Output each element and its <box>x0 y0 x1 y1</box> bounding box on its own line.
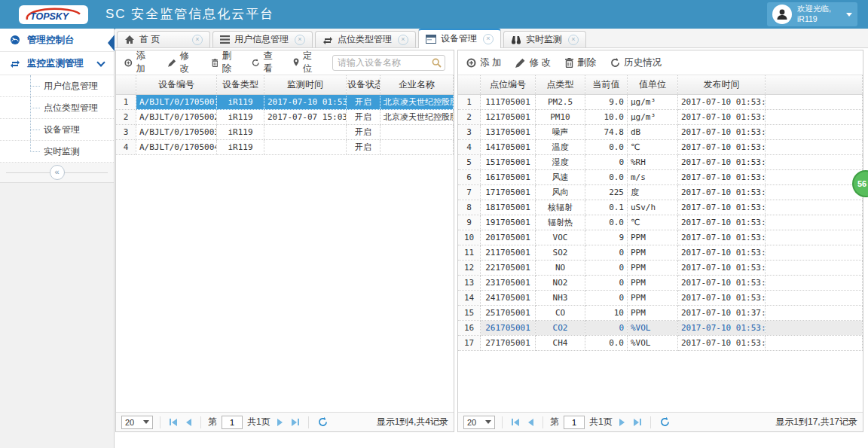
cell[interactable]: 开启 <box>347 125 381 140</box>
add-button[interactable]: 添 加 <box>124 50 154 75</box>
page-size-select[interactable]: 20 <box>463 416 495 429</box>
refresh-page-button[interactable] <box>658 417 672 427</box>
cell[interactable]: 2017-07-10 01:53:21 <box>678 185 766 200</box>
cell[interactable]: uSv/h <box>628 200 678 215</box>
cell[interactable]: 风速 <box>536 170 585 185</box>
locate-button[interactable]: 定位 <box>293 50 318 75</box>
row-number[interactable]: 2 <box>116 110 136 125</box>
table-row[interactable]: 1111705001PM2.59.0μg/m³2017-07-10 01:53:… <box>458 95 863 110</box>
next-page-button[interactable] <box>617 419 627 426</box>
cell[interactable]: 225 <box>585 185 628 200</box>
cell[interactable]: SO2 <box>536 245 585 261</box>
first-page-button[interactable] <box>509 419 521 426</box>
column-header[interactable]: 设备状态 <box>347 75 381 95</box>
cell[interactable]: 2017-07-10 01:53:22 <box>678 276 766 291</box>
cell[interactable]: 度 <box>628 185 678 200</box>
close-tab-icon[interactable]: × <box>483 34 494 44</box>
close-tab-icon[interactable]: × <box>192 35 203 45</box>
cell[interactable]: NO <box>536 261 585 276</box>
cell[interactable]: 271705001 <box>481 336 536 351</box>
table-row[interactable]: 3A/BJLT/0/1705003iR119开启 <box>116 125 454 140</box>
row-number[interactable]: 7 <box>458 185 481 200</box>
cell[interactable] <box>381 125 454 140</box>
cell[interactable]: 211705001 <box>481 245 536 261</box>
cell[interactable]: 2017-07-10 01:53:22 <box>264 95 347 110</box>
cell[interactable]: VOC <box>536 230 585 245</box>
table-row[interactable]: 2121705001PM1010.0μg/m³2017-07-10 01:53:… <box>458 110 863 125</box>
row-number[interactable]: 14 <box>458 291 481 306</box>
page-size-select[interactable]: 20 <box>121 416 153 429</box>
cell[interactable]: 湿度 <box>536 155 585 170</box>
table-row[interactable]: 6161705001风速0.0m/s2017-07-10 01:53:21 <box>458 170 863 185</box>
sidebar-section-monitoring[interactable]: 监控监测管理 <box>0 52 114 75</box>
collapse-sidebar-button[interactable]: « <box>50 165 65 180</box>
cell[interactable]: 221705001 <box>481 261 536 276</box>
cell[interactable]: 181705001 <box>481 200 536 215</box>
cell[interactable]: 2017-07-10 01:53:21 <box>678 110 766 125</box>
cell[interactable]: 241705001 <box>481 291 536 306</box>
user-menu[interactable]: 欢迎光临, iR119 <box>767 2 857 26</box>
cell[interactable]: PM2.5 <box>536 95 585 110</box>
sidebar-item-realtime[interactable]: 实时监测 <box>0 141 114 163</box>
prev-page-button[interactable] <box>526 419 536 426</box>
row-number[interactable]: 13 <box>458 276 481 291</box>
cell[interactable]: 2017-07-10 01:53:22 <box>678 125 766 140</box>
cell[interactable]: 111705001 <box>481 95 536 110</box>
table-row[interactable]: 13231705001NO20PPM2017-07-10 01:53:22 <box>458 276 863 291</box>
cell[interactable]: PPM <box>628 245 678 261</box>
row-number[interactable]: 2 <box>458 110 481 125</box>
sidebar-item-device-mgmt[interactable]: 设备管理 <box>0 119 114 141</box>
cell[interactable]: PM10 <box>536 110 585 125</box>
row-number[interactable]: 9 <box>458 215 481 230</box>
cell[interactable]: 2017-07-10 01:53:22 <box>678 155 766 170</box>
close-tab-icon[interactable]: × <box>568 35 579 45</box>
tab-point-type[interactable]: 点位类型管理 × <box>315 31 416 47</box>
table-row[interactable]: 7171705001风向225度2017-07-10 01:53:21 <box>458 185 863 200</box>
row-number[interactable]: 8 <box>458 200 481 215</box>
cell[interactable]: ℃ <box>628 140 678 155</box>
cell[interactable]: 0.0 <box>585 170 628 185</box>
cell[interactable]: 2017-07-10 01:53:21 <box>678 170 766 185</box>
cell[interactable]: 161705001 <box>481 170 536 185</box>
delete-button[interactable]: 删除 <box>212 50 237 75</box>
cell[interactable]: PPM <box>628 261 678 276</box>
cell[interactable]: 121705001 <box>481 110 536 125</box>
cell[interactable]: 231705001 <box>481 276 536 291</box>
cell[interactable]: μg/m³ <box>628 110 678 125</box>
delete-button[interactable]: 删除 <box>565 56 596 69</box>
tab-realtime[interactable]: 实时监测 × <box>503 31 586 47</box>
cell[interactable]: 0 <box>585 291 628 306</box>
sidebar-section-console[interactable]: 管理控制台 <box>0 29 114 52</box>
cell[interactable]: %RH <box>628 155 678 170</box>
refresh-page-button[interactable] <box>316 417 330 427</box>
cell[interactable]: 北京凌天世纪控股股份有限 <box>381 95 454 110</box>
row-number[interactable]: 10 <box>458 230 481 245</box>
cell[interactable]: 2017-07-10 01:53:21 <box>678 336 766 351</box>
page-number-input[interactable] <box>564 416 585 429</box>
cell[interactable]: 2017-07-10 01:53:21 <box>678 215 766 230</box>
close-tab-icon[interactable]: × <box>295 35 305 45</box>
cell[interactable]: 2017-07-10 01:37:01 <box>678 306 766 321</box>
table-row[interactable]: 14241705001NH30PPM2017-07-10 01:53:21 <box>458 291 863 306</box>
cell[interactable]: 0 <box>585 276 628 291</box>
table-row[interactable]: 17271705001CH40.0%VOL2017-07-10 01:53:21 <box>458 336 863 351</box>
cell[interactable]: 2017-07-10 01:53:21 <box>678 200 766 215</box>
cell[interactable]: 10.0 <box>585 110 628 125</box>
cell[interactable]: 噪声 <box>536 125 585 140</box>
search-input[interactable] <box>332 55 445 71</box>
cell[interactable]: 0.0 <box>585 140 628 155</box>
cell[interactable]: 191705001 <box>481 215 536 230</box>
column-header[interactable]: 设备编号 <box>136 75 217 95</box>
cell[interactable]: 开启 <box>347 140 381 155</box>
cell[interactable]: A/BJLT/0/1705003 <box>136 125 217 140</box>
cell[interactable]: 2017-07-10 01:53:22 <box>678 230 766 245</box>
table-row[interactable]: 12221705001NO0PPM2017-07-10 01:53:21 <box>458 261 863 276</box>
cell[interactable]: PPM <box>628 276 678 291</box>
cell[interactable]: A/BJLT/0/1705002 <box>136 110 217 125</box>
cell[interactable]: 0 <box>585 155 628 170</box>
cell[interactable]: ℃ <box>628 215 678 230</box>
column-header[interactable]: 发布时间 <box>678 75 766 95</box>
row-number[interactable]: 11 <box>458 245 481 261</box>
cell[interactable]: 开启 <box>347 110 381 125</box>
cell[interactable]: 核辐射 <box>536 200 585 215</box>
